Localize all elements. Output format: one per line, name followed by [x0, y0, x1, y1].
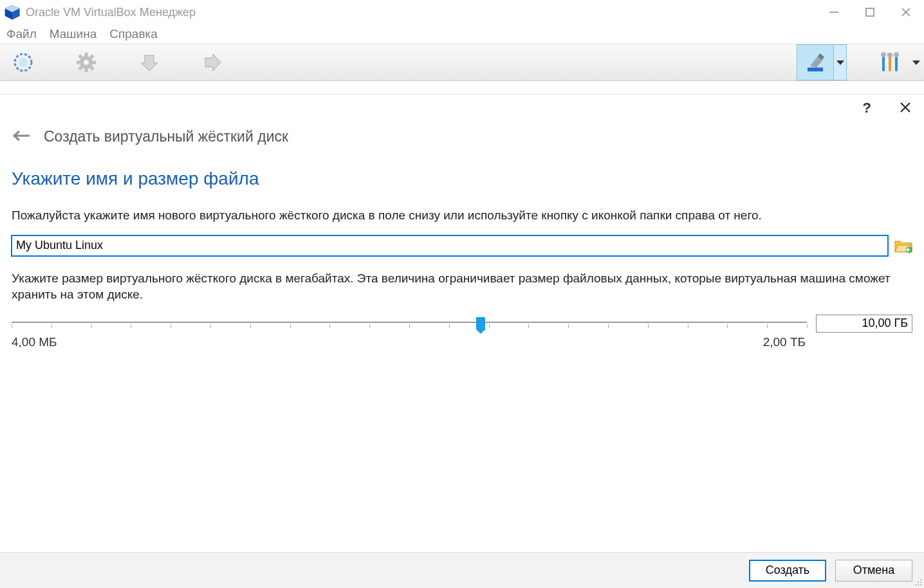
toolbar — [0, 44, 924, 81]
svg-point-37 — [920, 584, 921, 585]
window-minimize-button[interactable] — [816, 0, 852, 24]
menubar: Файл Машина Справка — [0, 24, 924, 44]
menu-file[interactable]: Файл — [4, 26, 39, 42]
toolbar-details-button[interactable] — [797, 44, 834, 80]
back-arrow-icon[interactable] — [12, 129, 31, 144]
svg-point-33 — [918, 582, 919, 583]
svg-point-8 — [19, 58, 28, 67]
menu-help[interactable]: Справка — [107, 26, 160, 42]
svg-point-36 — [918, 584, 919, 585]
slider-max-label: 2,00 ТБ — [763, 335, 806, 349]
window-title: Oracle VM VirtualBox Менеджер — [26, 6, 816, 19]
dialog-footer: Создать Отмена — [0, 552, 924, 588]
cancel-button[interactable]: Отмена — [835, 560, 912, 582]
svg-point-34 — [920, 582, 921, 583]
disk-name-input[interactable] — [12, 235, 888, 256]
svg-marker-27 — [912, 60, 920, 65]
svg-rect-17 — [808, 68, 823, 71]
virtualbox-icon — [4, 4, 21, 21]
create-button[interactable]: Создать — [749, 560, 826, 582]
window-close-button[interactable] — [888, 0, 924, 24]
dialog-help-button[interactable]: ? — [855, 100, 879, 116]
titlebar: Oracle VM VirtualBox Менеджер — [0, 0, 924, 24]
toolbar-settings-button[interactable] — [73, 50, 99, 75]
svg-rect-25 — [887, 53, 892, 57]
toolbar-start-button[interactable] — [199, 50, 225, 75]
svg-point-24 — [881, 52, 886, 57]
toolbar-new-button[interactable] — [10, 50, 36, 75]
disk-size-slider[interactable] — [12, 315, 807, 332]
slider-min-label: 4,00 МБ — [12, 335, 57, 349]
svg-point-26 — [894, 52, 899, 57]
resize-grip-icon[interactable] — [914, 578, 923, 587]
svg-point-16 — [84, 60, 89, 65]
toolbar-details-dropdown[interactable] — [834, 44, 847, 80]
description-2: Укажите размер виртуального жёсткого дис… — [12, 270, 912, 303]
menu-machine[interactable]: Машина — [47, 26, 100, 42]
slider-thumb[interactable] — [476, 317, 485, 330]
description-1: Пожалуйста укажите имя нового виртуально… — [12, 207, 912, 224]
create-disk-dialog: ? Создать виртуальный жёсткий диск Укажи… — [0, 94, 924, 588]
svg-point-32 — [920, 579, 921, 580]
disk-size-input[interactable] — [816, 315, 912, 333]
toolbar-tools-button[interactable] — [873, 44, 909, 80]
svg-marker-20 — [836, 60, 844, 65]
window-maximize-button[interactable] — [852, 0, 888, 24]
toolbar-discard-button[interactable] — [136, 50, 162, 75]
section-title: Укажите имя и размер файла — [12, 169, 912, 189]
svg-rect-4 — [866, 8, 874, 16]
folder-picker-button[interactable] — [894, 238, 912, 253]
dialog-close-button[interactable] — [891, 102, 920, 115]
toolbar-tools-dropdown[interactable] — [909, 59, 924, 66]
svg-point-35 — [915, 584, 916, 585]
breadcrumb-title: Создать виртуальный жёсткий диск — [44, 128, 288, 145]
